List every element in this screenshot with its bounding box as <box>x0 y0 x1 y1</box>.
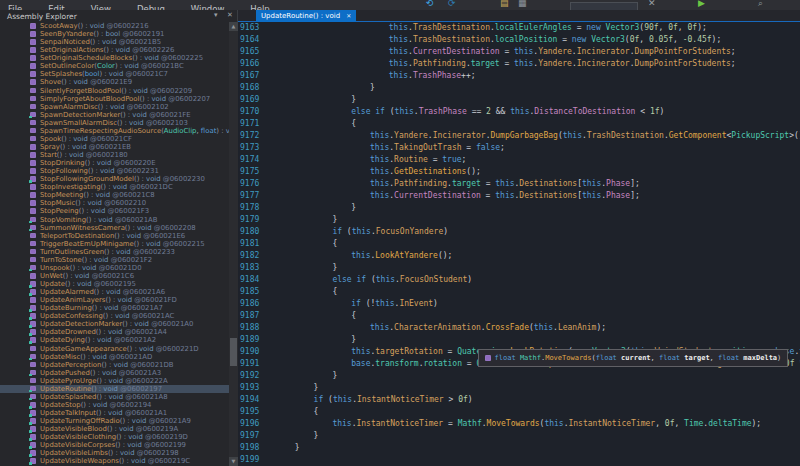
explorer-item-TurnOutlinesGreen[interactable]: TurnOutlinesGreen() : void @06002233 <box>0 248 229 256</box>
explorer-item-UpdateDying[interactable]: UpdateDying() : void @060021A2 <box>0 336 229 344</box>
nav-forward-icon[interactable]: ⟳ <box>448 0 456 8</box>
code-line-9175[interactable]: 9175this.GetDestinations(); <box>238 166 800 178</box>
explorer-item-UpdateVisibleClothing[interactable]: UpdateVisibleClothing() : void @0600219D <box>0 433 229 441</box>
explorer-scrollbar[interactable]: ▲ ▼ <box>229 22 238 466</box>
explorer-item-UpdateVisibleWeapons[interactable]: UpdateVisibleWeapons() : void @0600219C <box>0 457 229 465</box>
code-line-9164[interactable]: 9164this.TrashDestination.localPosition … <box>238 34 800 46</box>
code-line-9186[interactable]: 9186if (!this.InEvent) <box>238 298 800 310</box>
explorer-item-UpdatePyroUrge[interactable]: UpdatePyroUrge() : void @0600222A <box>0 377 229 385</box>
explorer-item-Update[interactable]: Update() : void @06002195 <box>0 280 229 288</box>
explorer-item-UpdateStop[interactable]: UpdateStop() : void @06002194 <box>0 401 229 409</box>
explorer-item-Spook[interactable]: Spook() : void @060021CF <box>0 135 229 143</box>
explorer-item-SeenByYandere[interactable]: SeenByYandere() : bool @06002191 <box>0 30 229 38</box>
explorer-item-Spray[interactable]: Spray() : void @060021EB <box>0 143 229 151</box>
panel-close-icon[interactable]: ✕ <box>227 11 233 19</box>
explorer-item-SetSplashes[interactable]: SetSplashes(bool) : void @060021C7 <box>0 70 229 78</box>
scrollbar-up-icon[interactable]: ▲ <box>229 22 238 31</box>
code-line-9163[interactable]: 9163this.TrashDestination.localEulerAngl… <box>238 22 800 34</box>
code-line-9169[interactable]: 9169} <box>238 94 800 106</box>
code-line-9181[interactable]: 9181{ <box>238 238 800 250</box>
explorer-item-Unspook[interactable]: Unspook() : void @060021D0 <box>0 264 229 272</box>
explorer-item-ScootAway[interactable]: ScootAway() : void @06002216 <box>0 22 229 30</box>
open-folder-icon[interactable]: ▤ <box>500 0 509 8</box>
explorer-item-UpdateVisibleBlood[interactable]: UpdateVisibleBlood() : void @0600219A <box>0 425 229 433</box>
explorer-item-StopMeeting[interactable]: StopMeeting() : void @060021C8 <box>0 191 229 199</box>
explorer-item-Shove[interactable]: Shove() : void @060021E9 <box>0 78 229 86</box>
explorer-item-SummonWitnessCamera[interactable]: SummonWitnessCamera() : void @06002208 <box>0 224 229 232</box>
explorer-item-StopInvestigating[interactable]: StopInvestigating() : void @060021DC <box>0 183 229 191</box>
code-line-9178[interactable]: 9178} <box>238 202 800 214</box>
explorer-item-UpdateGameAppearance[interactable]: UpdateGameAppearance() : void @0600221D <box>0 345 229 353</box>
explorer-item-UpdateVisibleCorpses[interactable]: UpdateVisibleCorpses() : void @06002199 <box>0 441 229 449</box>
explorer-item-TriggerBeatEmUpMinigame[interactable]: TriggerBeatEmUpMinigame() : void @060022… <box>0 240 229 248</box>
explorer-item-SpawnTimeRespectingAudioSource[interactable]: SpawnTimeRespectingAudioSource(AudioClip… <box>0 127 229 135</box>
explorer-item-UpdateVisibleLimbs[interactable]: UpdateVisibleLimbs() : void @06002198 <box>0 449 229 457</box>
code-line-9189[interactable]: 9189} <box>238 334 800 346</box>
explorer-item-UpdateDrowned[interactable]: UpdateDrowned() : void @060021A4 <box>0 328 229 336</box>
code-line-9165[interactable]: 9165this.CurrentDestination = this.Yande… <box>238 46 800 58</box>
explorer-item-SpawnAlarmDisc[interactable]: SpawnAlarmDisc() : void @06002102 <box>0 103 229 111</box>
explorer-item-StopFollowingGroundModel[interactable]: StopFollowingGroundModel() : void @06002… <box>0 175 229 183</box>
explorer-item-UpdateTurningOffRadio[interactable]: UpdateTurningOffRadio() : void @060021A9 <box>0 417 229 425</box>
code-line-9183[interactable]: 9183} <box>238 262 800 274</box>
code-line-9194[interactable]: 9194if (this.InstantNoticeTimer > 0f) <box>238 394 800 406</box>
explorer-item-UpdateMisc[interactable]: UpdateMisc() : void @060021AD <box>0 353 229 361</box>
explorer-item-UpdateDetectionMarker[interactable]: UpdateDetectionMarker() : void @060021A0 <box>0 320 229 328</box>
save-icon[interactable]: ▦ <box>518 0 527 8</box>
explorer-item-UpdateBurning[interactable]: UpdateBurning() : void @060021A7 <box>0 304 229 312</box>
explorer-item-StopPeeing[interactable]: StopPeeing() : void @060021F3 <box>0 207 229 215</box>
tab-close-icon[interactable]: ✕ <box>346 12 351 19</box>
explorer-item-StopMusic[interactable]: StopMusic() : void @06002210 <box>0 199 229 207</box>
code-line-9196[interactable]: 9196this.InstantNoticeTimer = Mathf.Move… <box>238 418 800 430</box>
code-line-9180[interactable]: 9180if (this.FocusOnYandere) <box>238 226 800 238</box>
code-line-9172[interactable]: 9172this.Yandere.Incinerator.DumpGarbage… <box>238 130 800 142</box>
explorer-item-StopDrinking[interactable]: StopDrinking() : void @0600220E <box>0 159 229 167</box>
explorer-item-UpdateSplashed[interactable]: UpdateSplashed() : void @060021A8 <box>0 393 229 401</box>
explorer-item-Start[interactable]: Start() : void @06002180 <box>0 151 229 159</box>
explorer-item-TeleportToDestination[interactable]: TeleportToDestination() : void @060021E6 <box>0 232 229 240</box>
code-line-9166[interactable]: 9166this.Pathfinding.target = this.Yande… <box>238 58 800 70</box>
code-line-9198[interactable]: 9198} <box>238 442 800 454</box>
explorer-item-SenpaiNoticed[interactable]: SenpaiNoticed() : void @060021B5 <box>0 38 229 46</box>
explorer-item-UpdatePushed[interactable]: UpdatePushed() : void @060021A3 <box>0 369 229 377</box>
code-line-9177[interactable]: 9177this.CurrentDestination = this.Desti… <box>238 190 800 202</box>
explorer-item-StopFollowing[interactable]: StopFollowing() : void @06002231 <box>0 167 229 175</box>
start-debug-icon[interactable]: ▶ <box>698 0 705 8</box>
explorer-item-SetOriginalScheduleBlocks[interactable]: SetOriginalScheduleBlocks() : void @0600… <box>0 54 229 62</box>
toolbar-searchbox[interactable] <box>570 2 638 10</box>
explorer-item-UpdatePerception[interactable]: UpdatePerception() : void @060021DB <box>0 361 229 369</box>
explorer-item-SetOutlineColor[interactable]: SetOutlineColor(Color) : void @060021BC <box>0 62 229 70</box>
explorer-item-SpawnDetectionMarker[interactable]: SpawnDetectionMarker() : void @060021FE <box>0 111 229 119</box>
explorer-item-SimplyForgetAboutBloodPool[interactable]: SimplyForgetAboutBloodPool() : void @060… <box>0 95 229 103</box>
code-line-9174[interactable]: 9174this.Routine = true; <box>238 154 800 166</box>
code-line-9184[interactable]: 9184else if (this.FocusOnStudent) <box>238 274 800 286</box>
code-line-9171[interactable]: 9171{ <box>238 118 800 130</box>
code-line-9188[interactable]: 9188this.CharacterAnimation.CrossFade(th… <box>238 322 800 334</box>
code-line-9170[interactable]: 9170else if (this.TrashPhase == 2 && thi… <box>238 106 800 118</box>
code-line-9187[interactable]: 9187{ <box>238 310 800 322</box>
explorer-item-UpdateAlarmed[interactable]: UpdateAlarmed() : void @060021A6 <box>0 288 229 296</box>
scrollbar-down-icon[interactable]: ▼ <box>229 457 238 466</box>
code-line-9199[interactable]: 9199 <box>238 454 800 466</box>
explorer-item-UpdateConfessing[interactable]: UpdateConfessing() : void @060021AC <box>0 312 229 320</box>
search-icon[interactable]: ⌕ <box>758 0 763 9</box>
tab-update-routine[interactable]: UpdateRoutine() : void✕ <box>256 10 356 22</box>
code-line-9195[interactable]: 9195{ <box>238 406 800 418</box>
explorer-item-SetOriginalActions[interactable]: SetOriginalActions() : void @06002226 <box>0 46 229 54</box>
explorer-item-SpawnSmallAlarmDisc[interactable]: SpawnSmallAlarmDisc() : void @06002103 <box>0 119 229 127</box>
code-line-9168[interactable]: 9168} <box>238 82 800 94</box>
explorer-item-UpdateAnimLayers[interactable]: UpdateAnimLayers() : void @060021FD <box>0 296 229 304</box>
close-icon[interactable]: ✕ <box>648 0 656 8</box>
explorer-item-UpdateRoutine[interactable]: UpdateRoutine() : void @06002197 <box>0 385 229 393</box>
explorer-item-UnWet[interactable]: UnWet() : void @060021C6 <box>0 272 229 280</box>
explorer-item-TurnToStone[interactable]: TurnToStone() : void @060021F2 <box>0 256 229 264</box>
code-line-9167[interactable]: 9167this.TrashPhase++; <box>238 70 800 82</box>
chevron-down-icon[interactable]: ▾ <box>214 11 218 19</box>
code-view[interactable]: 9163this.TrashDestination.localEulerAngl… <box>238 22 800 466</box>
code-line-9182[interactable]: 9182this.LookAtYandere(); <box>238 250 800 262</box>
explorer-item-StopVomiting[interactable]: StopVomiting() : void @060021AB <box>0 216 229 224</box>
code-line-9179[interactable]: 9179} <box>238 214 800 226</box>
code-line-9173[interactable]: 9173this.TakingOutTrash = false; <box>238 142 800 154</box>
explorer-item-UpdateTalkInput[interactable]: UpdateTalkInput() : void @060021A1 <box>0 409 229 417</box>
code-line-9197[interactable]: 9197} <box>238 430 800 442</box>
